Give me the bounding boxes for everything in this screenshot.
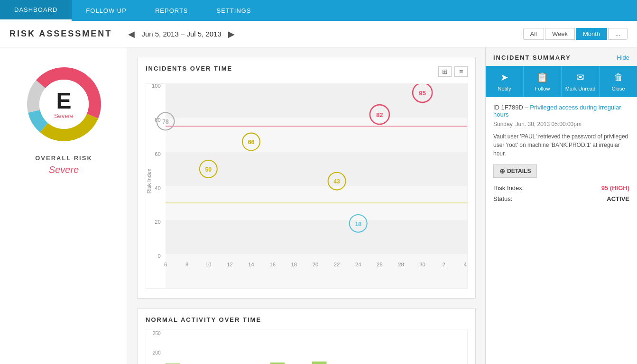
svg-text:43: 43: [333, 178, 340, 185]
risk-grade: E: [54, 90, 74, 112]
svg-text:95: 95: [419, 90, 426, 97]
follow-icon: 📋: [536, 72, 548, 83]
normal-activity-title: NORMAL ACTIVITY OVER TIME: [146, 316, 468, 323]
svg-rect-57: [270, 363, 285, 364]
svg-text:14: 14: [248, 262, 254, 267]
chart-view-icons: ⊞ ≡: [438, 66, 468, 77]
incident-description: Vault user 'PAUL' retrieved the password…: [493, 132, 629, 158]
svg-text:200: 200: [153, 350, 161, 355]
svg-text:66: 66: [248, 139, 255, 146]
svg-text:12: 12: [227, 262, 233, 267]
svg-text:60: 60: [155, 151, 161, 157]
incident-summary-header: INCIDENT SUMMARY Hide: [486, 47, 637, 66]
notify-icon: ➤: [500, 72, 508, 83]
svg-text:8: 8: [185, 262, 188, 267]
mark-unread-icon: ✉: [576, 72, 584, 83]
prev-date-arrow[interactable]: ◀: [126, 29, 137, 39]
date-navigation: ◀ Jun 5, 2013 – Jul 5, 2013 ▶: [126, 29, 236, 39]
left-panel: E Severe OVERALL RISK Severe: [0, 47, 128, 364]
time-filters: All Week Month ...: [523, 28, 628, 40]
date-range-label: Jun 5, 2013 – Jul 5, 2013: [141, 30, 221, 38]
incidents-chart-header: INCIDENTS OVER TIME ⊞ ≡: [146, 65, 468, 78]
plus-icon: ⊕: [499, 167, 505, 175]
chart-list-view[interactable]: ≡: [454, 66, 468, 77]
status-label: Status:: [493, 195, 512, 202]
svg-text:22: 22: [334, 262, 340, 267]
incidents-title: INCIDENTS OVER TIME: [146, 65, 232, 72]
nav-reports[interactable]: REPORTS: [141, 0, 203, 21]
notify-button[interactable]: ➤ Notify: [486, 66, 524, 97]
svg-text:18: 18: [355, 221, 361, 228]
next-date-arrow[interactable]: ▶: [226, 29, 237, 39]
svg-rect-59: [312, 362, 327, 364]
donut-chart: E Severe: [21, 62, 107, 147]
top-nav: DASHBOARD FOLLOW UP REPORTS SETTINGS: [0, 0, 637, 21]
bar-chart-svg: 250 200 150: [146, 329, 468, 364]
svg-text:82: 82: [376, 111, 383, 118]
svg-text:10: 10: [205, 262, 212, 267]
overall-risk-label: OVERALL RISK: [35, 155, 92, 162]
incident-body: ID 1F789D – Privileged access during irr…: [486, 97, 637, 364]
hide-button[interactable]: Hide: [617, 54, 629, 61]
risk-index-label: Risk Index:: [493, 184, 524, 191]
notify-label: Notify: [498, 86, 511, 91]
right-panel: INCIDENT SUMMARY Hide ➤ Notify 📋 Follow …: [485, 47, 637, 364]
donut-center: E Severe: [54, 90, 74, 119]
svg-text:2: 2: [443, 262, 445, 267]
details-label: DETAILS: [507, 168, 531, 174]
chart-scatter-view[interactable]: ⊞: [438, 66, 452, 77]
scatter-chart-svg: 100 80 60 40 20 0 Risk Index 6 8 10 12: [146, 83, 468, 289]
svg-rect-6: [166, 118, 467, 152]
filter-all[interactable]: All: [523, 28, 544, 40]
filter-more[interactable]: ...: [608, 28, 628, 40]
risk-index-row: Risk Index: 95 (HIGH): [493, 184, 629, 191]
follow-label: Follow: [535, 86, 550, 91]
incidents-chart-section: INCIDENTS OVER TIME ⊞ ≡ 100 80 60 4: [138, 57, 476, 299]
incident-summary-title: INCIDENT SUMMARY: [493, 54, 571, 61]
filter-month[interactable]: Month: [576, 28, 607, 40]
risk-index-value: 95 (HIGH): [601, 184, 629, 191]
action-buttons: ➤ Notify 📋 Follow ✉ Mark Unread 🗑 Close: [486, 66, 637, 97]
svg-rect-9: [166, 220, 467, 254]
svg-text:40: 40: [155, 185, 161, 191]
close-label: Close: [611, 86, 625, 91]
details-button[interactable]: ⊕ DETAILS: [493, 164, 537, 178]
mark-unread-label: Mark Unread: [565, 86, 596, 91]
svg-text:100: 100: [152, 83, 161, 89]
svg-text:20: 20: [155, 219, 161, 225]
svg-text:50: 50: [205, 166, 212, 173]
close-icon: 🗑: [614, 72, 623, 83]
svg-rect-10: [166, 254, 467, 288]
filter-week[interactable]: Week: [545, 28, 575, 40]
svg-text:250: 250: [153, 331, 161, 336]
page-title: RISK ASSESSMENT: [9, 29, 112, 39]
nav-settings[interactable]: SETTINGS: [203, 0, 266, 21]
center-panel: INCIDENTS OVER TIME ⊞ ≡ 100 80 60 4: [128, 47, 485, 364]
main-layout: E Severe OVERALL RISK Severe INCIDENTS O…: [0, 47, 637, 364]
mark-unread-button[interactable]: ✉ Mark Unread: [562, 66, 600, 97]
svg-text:20: 20: [313, 262, 319, 267]
svg-text:24: 24: [355, 262, 361, 267]
status-value: ACTIVE: [607, 195, 629, 202]
close-button[interactable]: 🗑 Close: [600, 66, 637, 97]
svg-text:6: 6: [164, 262, 167, 267]
follow-button[interactable]: 📋 Follow: [524, 66, 562, 97]
svg-text:16: 16: [269, 262, 276, 267]
svg-text:78: 78: [162, 118, 169, 125]
incident-id: ID 1F789D – Privileged access during irr…: [493, 104, 629, 118]
incident-date: Sunday, Jun. 30, 2013 05:00:00pm: [493, 121, 629, 127]
nav-dashboard[interactable]: DASHBOARD: [0, 0, 72, 21]
header-bar: RISK ASSESSMENT ◀ Jun 5, 2013 – Jul 5, 2…: [0, 21, 637, 47]
svg-text:26: 26: [377, 262, 383, 267]
svg-text:18: 18: [291, 262, 297, 267]
nav-followup[interactable]: FOLLOW UP: [72, 0, 141, 21]
svg-text:4: 4: [464, 262, 467, 267]
svg-text:0: 0: [158, 253, 161, 259]
svg-text:Risk Index: Risk Index: [146, 168, 152, 193]
overall-risk-value: Severe: [49, 164, 79, 175]
status-row: Status: ACTIVE: [493, 195, 629, 202]
svg-text:28: 28: [398, 262, 404, 267]
risk-sublabel: Severe: [54, 112, 74, 119]
svg-text:30: 30: [419, 262, 425, 267]
normal-activity-section: NORMAL ACTIVITY OVER TIME 250 200 150: [138, 308, 476, 364]
